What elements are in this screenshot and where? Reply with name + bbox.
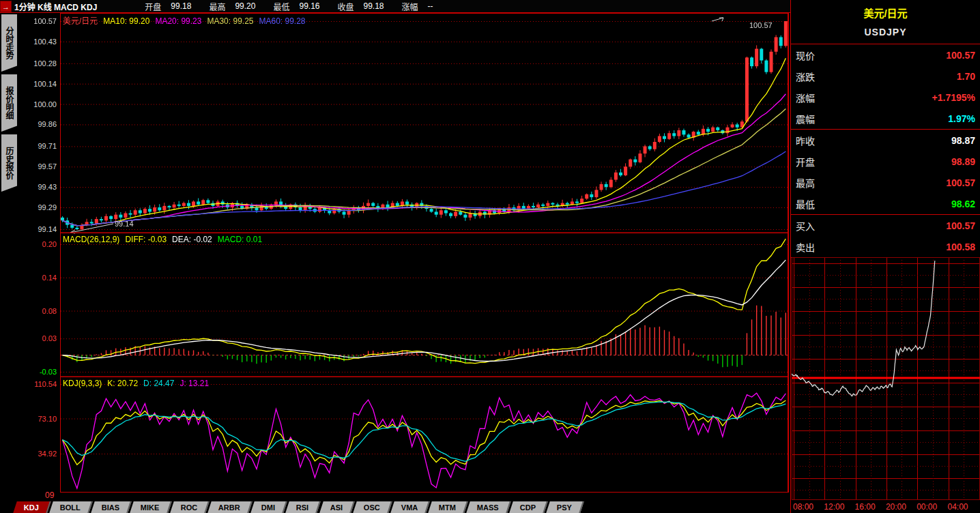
quote-row: 震幅1.97%	[791, 108, 980, 129]
ohlc-stat-label: 最低	[273, 1, 289, 12]
kdj-x-axis-label: 09	[45, 490, 54, 500]
quote-row-value: 98.87	[951, 135, 975, 146]
quote-row-label: 开盘	[796, 155, 815, 168]
high-annotation: 100.57	[749, 21, 773, 29]
time-tick: 00:00	[912, 502, 942, 512]
header-segment: KDJ(9,3,3)	[63, 379, 102, 388]
quote-pair-title: 美元/日元	[791, 0, 980, 20]
kdj-header: KDJ(9,3,3)K: 20.72D: 24.47J: 13.21	[63, 379, 214, 388]
mini-intraday-chart-wrap	[792, 257, 980, 500]
quote-rows: 现价100.57涨跌1.70涨幅+1.7195%震幅1.97%昨收98.87开盘…	[791, 44, 980, 258]
indicator-tab-mtm[interactable]: MTM	[428, 501, 468, 513]
quote-row-label: 买入	[796, 219, 815, 233]
indicator-tab-asi[interactable]: ASI	[319, 501, 355, 513]
quote-row: 最高100.57	[791, 172, 980, 193]
indicator-tab-psy[interactable]: PSY	[546, 501, 584, 513]
quote-row-value: 98.89	[951, 156, 975, 167]
main-y-tick: 99.43	[19, 183, 57, 192]
indicator-tab-cdp[interactable]: CDP	[509, 501, 548, 513]
macd-y-tick: 0.20	[19, 240, 57, 249]
quote-row-label: 涨幅	[796, 91, 815, 104]
header-segment: D: 24.47	[143, 379, 174, 388]
ohlc-stat-label: 涨幅	[402, 1, 418, 12]
trading-app-window: → 1分钟 K线 MACD KDJ 开盘99.18最高99.20最低99.16收…	[0, 0, 980, 513]
ohlc-stat: 最低99.16	[273, 1, 319, 12]
kdj-y-tick: 110.54	[19, 380, 57, 389]
kline-macd-kdj-chart[interactable]	[60, 13, 788, 493]
ohlc-stat-label: 最高	[209, 1, 225, 12]
macd-y-tick: 0.03	[19, 334, 57, 343]
quote-row-value: 100.58	[946, 241, 975, 252]
quote-row-label: 最高	[796, 176, 815, 190]
header-segment: MA60: 99.28	[259, 16, 305, 26]
main-chart-header: 美元/日元MA10: 99.20MA20: 99.23MA30: 99.25MA…	[63, 14, 311, 26]
sidebar-tab-3[interactable]: 历史报价	[1, 134, 17, 192]
quote-row-label: 昨收	[796, 134, 815, 147]
header-segment: MACD(26,12,9)	[63, 235, 119, 244]
quote-row: 开盘98.89	[791, 151, 980, 172]
low-annotation: 99.14	[115, 220, 134, 228]
indicator-tab-boll[interactable]: BOLL	[49, 501, 92, 513]
main-y-tick: 100.43	[19, 38, 57, 46]
main-y-tick: 99.29	[19, 203, 57, 212]
indicator-tab-osc[interactable]: OSC	[353, 501, 392, 513]
header-segment: MA20: 99.23	[155, 16, 201, 26]
indicator-tab-bias[interactable]: BIAS	[91, 501, 132, 513]
quote-row-value: 98.62	[951, 199, 975, 209]
kdj-y-tick: 34.92	[19, 450, 57, 458]
left-sidebar: 分时走势报价明细历史报价	[0, 13, 19, 500]
indicator-tab-vma[interactable]: VMA	[390, 501, 430, 513]
mini-intraday-chart[interactable]	[792, 257, 980, 500]
quote-row-value: 100.57	[946, 50, 975, 61]
header-segment: MA10: 99.20	[103, 16, 149, 26]
panel-separator	[788, 13, 789, 493]
ohlc-stat-label: 开盘	[145, 1, 161, 12]
ohlc-stat: 开盘99.18	[145, 1, 191, 12]
main-y-tick: 100.14	[19, 80, 57, 89]
indicator-tab-mass[interactable]: MASS	[466, 501, 510, 513]
ohlc-stat-value: --	[428, 1, 433, 11]
ohlc-stat-value: 99.20	[235, 1, 255, 11]
quote-row-value: 100.57	[946, 220, 975, 231]
time-tick: 12:00	[819, 502, 849, 512]
indicator-tab-arbr[interactable]: ARBR	[207, 501, 252, 513]
time-tick: 16:00	[850, 502, 880, 512]
header-segment: K: 20.72	[107, 379, 138, 388]
quote-row: 昨收98.87	[791, 130, 980, 151]
indicator-tab-kdj[interactable]: KDJ	[13, 501, 51, 513]
header-segment: DEA: -0.02	[172, 235, 212, 244]
ohlc-stat: 最高99.20	[209, 1, 255, 12]
quote-row: 现价100.57	[791, 44, 980, 65]
quote-row: 卖出100.58	[791, 236, 980, 257]
ohlc-summary: 开盘99.18最高99.20最低99.16收盘99.18涨幅--	[145, 1, 450, 12]
quote-row: 最低98.62	[791, 193, 980, 214]
indicator-tab-mike[interactable]: MIKE	[130, 501, 171, 513]
header-segment: MACD: 0.01	[218, 235, 262, 244]
indicator-tab-dmi[interactable]: DMI	[250, 501, 287, 513]
ohlc-stat: 涨幅--	[402, 1, 433, 12]
indicator-tab-bar: KDJBOLLBIASMIKEROCARBRDMIRSIASIOSCVMAMTM…	[0, 500, 790, 513]
quote-symbol: USDJPY	[791, 20, 980, 38]
app-icon[interactable]: →	[0, 1, 12, 12]
quote-row-label: 现价	[796, 48, 815, 62]
title-bar: → 1分钟 K线 MACD KDJ 开盘99.18最高99.20最低99.16收…	[0, 0, 790, 13]
quote-row-label: 卖出	[796, 240, 815, 254]
header-segment: 美元/日元	[63, 16, 98, 26]
main-y-tick: 100.28	[19, 59, 57, 68]
macd-y-tick: 0.08	[19, 307, 57, 316]
indicator-tab-rsi[interactable]: RSI	[285, 501, 321, 513]
macd-y-tick: -0.03	[19, 368, 57, 377]
ohlc-stat-value: 99.18	[171, 1, 191, 11]
sidebar-tab-1[interactable]: 分时走势	[1, 14, 17, 72]
quote-row: 涨幅+1.7195%	[791, 87, 980, 108]
sidebar-tab-2[interactable]: 报价明细	[1, 74, 17, 132]
macd-header: MACD(26,12,9)DIFF: -0.03DEA: -0.02MACD: …	[63, 235, 268, 244]
header-segment: DIFF: -0.03	[125, 235, 167, 244]
main-y-tick: 99.14	[19, 225, 57, 234]
time-tick: 20:00	[881, 502, 911, 512]
header-segment: J: 13.21	[179, 379, 209, 388]
main-y-tick: 99.71	[19, 142, 57, 151]
quote-row-value: 1.70	[957, 71, 975, 82]
header-segment: MA30: 99.25	[207, 16, 253, 26]
indicator-tab-roc[interactable]: ROC	[170, 501, 210, 513]
